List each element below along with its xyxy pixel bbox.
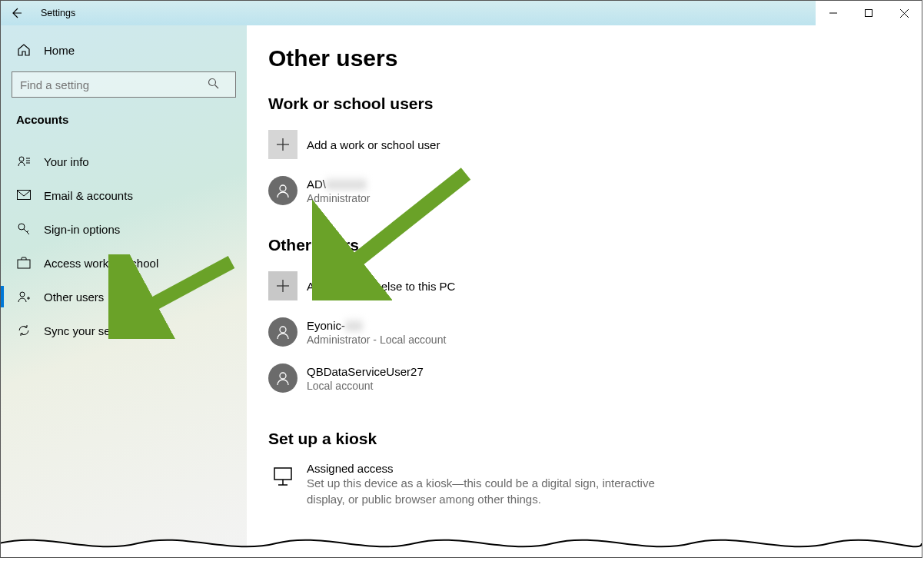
kiosk-desc: Set up this device as a kiosk—this could… [307,475,660,507]
svg-line-12 [24,229,29,234]
sidebar-item-label: Email & accounts [44,189,133,202]
sidebar-item-access-work-school[interactable]: Access work or school [1,246,247,280]
work-user-name: AD\xxxxxxx [307,178,370,191]
svg-rect-1 [866,10,872,17]
minimize-button[interactable] [816,1,851,25]
sync-icon [16,323,32,338]
other-user-name: QBDataServiceUser27 [307,365,424,378]
titlebar: Settings [1,1,922,25]
other-users-heading: Other users [268,236,922,254]
sidebar-item-label: Your info [44,155,89,168]
plus-tile [268,130,297,159]
other-user-name: Eyonic-xxx [307,319,446,332]
svg-point-4 [209,79,216,86]
other-user-row[interactable]: QBDataServiceUser27 Local account [268,360,922,396]
work-user-role: Administrator [307,192,370,204]
people-icon [16,289,32,304]
search-icon [208,78,219,91]
user-avatar [268,317,297,347]
svg-rect-14 [18,260,30,268]
page-title: Other users [268,45,922,71]
svg-point-15 [20,292,25,297]
svg-line-5 [215,85,219,89]
sidebar-item-label: Access work or school [44,257,158,270]
svg-point-11 [18,224,25,230]
maximize-button[interactable] [851,1,886,25]
work-school-heading: Work or school users [268,95,922,113]
plus-tile [268,271,297,300]
svg-rect-10 [18,191,31,200]
kiosk-title: Assigned access [307,462,660,475]
briefcase-icon [16,255,32,271]
svg-rect-25 [274,468,291,480]
other-user-role: Administrator - Local account [307,334,446,346]
work-user-row[interactable]: AD\xxxxxxx Administrator [268,173,922,208]
back-button[interactable] [1,1,32,25]
sidebar-item-label: Sign-in options [44,223,120,236]
minimize-icon [829,9,837,17]
your-info-icon [16,154,32,169]
kiosk-icon [268,462,297,491]
add-work-user-button[interactable]: Add a work or school user [268,127,922,162]
sidebar-item-email-accounts[interactable]: Email & accounts [1,178,247,212]
add-other-user-label: Add someone else to this PC [307,280,455,293]
sidebar-item-other-users[interactable]: Other users [1,280,247,314]
sidebar-item-sign-in-options[interactable]: Sign-in options [1,212,247,246]
add-other-user-button[interactable]: Add someone else to this PC [268,268,922,304]
mail-icon [16,188,32,203]
sidebar-item-label: Sync your settings [44,324,138,337]
svg-point-23 [280,327,286,333]
plus-icon [276,279,290,293]
sidebar-category: Accounts [1,108,247,137]
other-user-role: Local account [307,380,424,392]
close-icon [900,9,909,18]
kiosk-heading: Set up a kiosk [268,430,922,448]
svg-line-13 [27,231,28,232]
search-wrap [12,71,236,98]
svg-point-20 [280,185,286,191]
sidebar-item-sync-settings[interactable]: Sync your settings [1,314,247,347]
bottom-wave-crop [0,528,922,558]
svg-point-6 [19,157,24,161]
person-icon [275,324,291,340]
settings-window: Settings Home [0,0,922,558]
other-user-row[interactable]: Eyonic-xxx Administrator - Local account [268,314,922,350]
key-icon [16,221,32,237]
close-button[interactable] [886,1,922,25]
sidebar-item-label: Other users [44,290,104,304]
add-work-user-label: Add a work or school user [307,138,440,151]
assigned-access-button[interactable]: Assigned access Set up this device as a … [268,462,922,507]
sidebar-item-your-info[interactable]: Your info [1,144,247,178]
window-controls [816,1,922,25]
sidebar: Home Accounts Your info Emai [1,25,247,557]
maximize-icon [865,9,872,17]
home-nav[interactable]: Home [1,33,247,67]
plus-icon [276,138,290,151]
person-icon [275,370,291,386]
main-content: Other users Work or school users Add a w… [247,25,922,557]
home-label: Home [44,44,75,57]
arrow-left-icon [10,7,22,19]
person-icon [275,183,291,198]
window-title: Settings [41,8,75,18]
user-avatar [268,363,297,393]
search-input[interactable] [12,71,236,98]
home-icon [16,42,32,58]
user-avatar [268,176,297,205]
svg-point-24 [280,373,286,379]
